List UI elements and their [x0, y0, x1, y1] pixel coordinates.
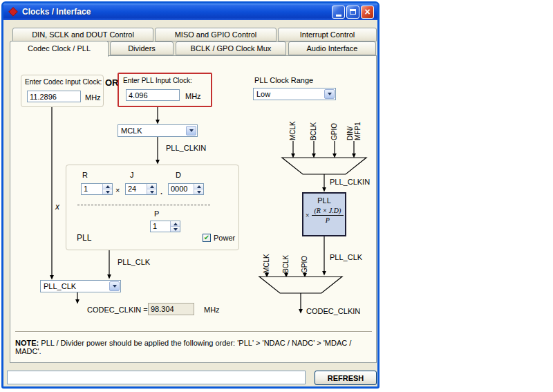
- app-icon: [8, 7, 18, 17]
- chevron-up-icon[interactable]: [147, 184, 156, 189]
- chevron-down-icon[interactable]: [147, 189, 156, 194]
- pll-input-clock-label: Enter PLL Input Clock:: [123, 77, 192, 84]
- diagram-pll-clkin-label: PLL_CLKIN: [330, 178, 370, 186]
- chevron-up-icon[interactable]: [171, 221, 180, 226]
- diagram-codec-clkin-label: CODEC_CLKIN: [306, 307, 360, 315]
- pll-clock-range-label: PLL Clock Range: [254, 76, 313, 84]
- window-controls: ×: [332, 6, 374, 19]
- pll-input-clock-group: Enter PLL Input Clock: MHz: [118, 73, 212, 107]
- chevron-up-icon[interactable]: [103, 184, 112, 189]
- r-label: R: [82, 171, 88, 179]
- title-bar[interactable]: Clocks / Interface ×: [3, 3, 377, 20]
- pll-input-clock-field[interactable]: [126, 89, 180, 101]
- pll-block: PLL × (R × J.D) P: [302, 192, 346, 236]
- codec-input-clock-unit: MHz: [85, 93, 101, 102]
- formula-fraction-line: [312, 215, 344, 216]
- multiply-operand: x: [55, 202, 59, 212]
- mux1-input-gpio-label: GPIO: [330, 109, 339, 140]
- d-spinner[interactable]: 0000: [168, 183, 204, 195]
- close-icon: ×: [364, 6, 370, 18]
- note-divider: [15, 331, 372, 332]
- codec-clkin-source-value: PLL_CLK: [41, 281, 109, 292]
- tab-bclk-gpo-clock-mux[interactable]: BCLK / GPO Clock Mux: [176, 41, 286, 55]
- pll-clk-arrow-label: PLL_CLK: [118, 258, 150, 266]
- codec-clkin-source-combo[interactable]: PLL_CLK: [40, 280, 121, 292]
- mux2-input-bclk-label: BCLK: [282, 241, 290, 273]
- chevron-down-icon[interactable]: [103, 189, 112, 194]
- j-label: J: [130, 171, 134, 179]
- maximize-button[interactable]: [346, 6, 359, 19]
- chevron-down-icon[interactable]: [194, 189, 203, 194]
- clocks-interface-window: Clocks / Interface × DIN, SCLK and DOUT …: [1, 1, 379, 389]
- close-button[interactable]: ×: [361, 6, 374, 19]
- formula-numerator: (R × J.D): [315, 207, 341, 214]
- decimal-dot-operand: .: [160, 187, 162, 196]
- pll-formula: × (R × J.D) P: [303, 207, 345, 224]
- status-input[interactable]: [7, 371, 306, 384]
- chevron-down-icon[interactable]: [109, 281, 120, 291]
- tab-audio-interface[interactable]: Audio Interface: [288, 41, 376, 55]
- codec-input-clock-group: Enter Codec Input Clock: MHz: [21, 75, 104, 107]
- maximize-icon: [350, 9, 356, 15]
- minimize-button[interactable]: [332, 6, 345, 19]
- mux1-input-mclk-label: MCLK: [289, 109, 297, 140]
- pll-caption: PLL: [77, 233, 91, 243]
- pll-input-clock-unit: MHz: [185, 92, 201, 100]
- mux2-input-gpio-label: GPIO: [301, 241, 309, 273]
- codec-clkin-unit: MHz: [204, 306, 220, 314]
- tab-dividers[interactable]: Dividers: [110, 41, 174, 55]
- minimize-icon: [336, 15, 341, 17]
- p-label: P: [154, 209, 159, 218]
- pll-clkin-source-combo[interactable]: MCLK: [118, 124, 198, 137]
- note-body: PLL / Divider power should be applied th…: [15, 339, 351, 355]
- tab-interrupt-control[interactable]: Interrupt Control: [278, 28, 377, 41]
- formula-denominator: P: [326, 216, 330, 224]
- pll-clkin-arrow-label: PLL_CLKIN: [166, 144, 206, 152]
- mux1-input-bclk-label: BCLK: [310, 109, 318, 140]
- codec-clkin-equals-label: CODEC_CLKIN =: [87, 306, 148, 314]
- d-label: D: [176, 171, 181, 179]
- note-text: NOTE: PLL / Divider power should be appl…: [15, 339, 373, 355]
- times-operand: ×: [115, 186, 120, 194]
- pll-clock-range-value: Low: [254, 88, 324, 100]
- j-value[interactable]: 24: [126, 184, 147, 194]
- pll-parameters-group: R 1 × J 24 . D 0000 P 1 PLL ✔ Power: [66, 165, 239, 250]
- r-value[interactable]: 1: [82, 184, 102, 194]
- chevron-down-icon[interactable]: [171, 226, 180, 232]
- chevron-down-icon[interactable]: [324, 89, 335, 99]
- p-spinner[interactable]: 1: [150, 221, 180, 232]
- check-icon[interactable]: ✔: [203, 234, 211, 242]
- codec-input-clock-label: Enter Codec Input Clock:: [25, 78, 102, 86]
- pll-clkin-source-value: MCLK: [118, 125, 185, 136]
- d-value[interactable]: 0000: [169, 184, 194, 194]
- note-prefix: NOTE:: [15, 339, 39, 347]
- tab-din-sclk-dout-control[interactable]: DIN, SCLK and DOUT Control: [12, 28, 153, 41]
- chevron-up-icon[interactable]: [194, 184, 203, 189]
- mux2-input-mclk-label: MCLK: [263, 241, 271, 273]
- diagram-pll-clk-label: PLL_CLK: [330, 253, 362, 261]
- pll-power-checkbox[interactable]: ✔ Power: [203, 234, 235, 242]
- mux1-input-din-mfp1-label: DIN/ MFP1: [346, 109, 362, 140]
- chevron-down-icon[interactable]: [186, 126, 196, 136]
- pll-power-label: Power: [214, 234, 235, 242]
- codec-clkin-value-field: 98.304: [148, 303, 194, 315]
- r-spinner[interactable]: 1: [81, 183, 113, 195]
- p-value[interactable]: 1: [151, 221, 170, 232]
- tab-codec-clock-pll[interactable]: Codec Clock / PLL: [10, 41, 109, 57]
- or-label: OR: [105, 77, 119, 88]
- fraction-divider-line: [77, 205, 210, 205]
- refresh-button[interactable]: REFRESH: [315, 371, 377, 385]
- formula-times: ×: [305, 212, 310, 219]
- window-title: Clocks / Interface: [22, 7, 332, 17]
- j-spinner[interactable]: 24: [125, 183, 157, 195]
- codec-input-clock-field[interactable]: [27, 91, 81, 102]
- pll-clock-range-combo[interactable]: Low: [253, 88, 336, 100]
- pll-block-title: PLL: [303, 196, 345, 205]
- tab-miso-gpio-control[interactable]: MISO and GPIO Control: [155, 28, 276, 41]
